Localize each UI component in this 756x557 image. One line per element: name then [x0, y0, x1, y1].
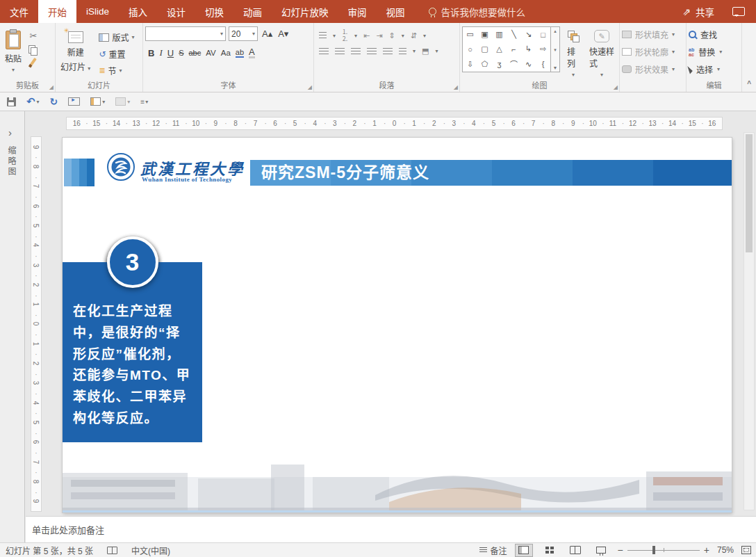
- shape-gallery-item[interactable]: ↳: [521, 42, 536, 56]
- replace-button[interactable]: abac替换▾: [689, 46, 739, 58]
- justify-icon[interactable]: [367, 48, 377, 55]
- shape-gallery-scrollbar[interactable]: ▴▾▼: [551, 26, 560, 72]
- shape-fill-button[interactable]: 形状填充▾: [622, 29, 684, 40]
- save-icon[interactable]: [7, 97, 16, 106]
- shape-gallery-item[interactable]: ⌒: [507, 57, 521, 72]
- share-button[interactable]: ⇗ 共享: [682, 5, 714, 19]
- shape-gallery-item[interactable]: ○: [463, 42, 477, 56]
- vertical-ruler[interactable]: 9876543210123456789: [31, 136, 42, 512]
- shape-gallery-item[interactable]: △: [492, 42, 507, 56]
- ribbon-tab[interactable]: 设计: [157, 0, 195, 23]
- select-button[interactable]: 选择▾: [689, 63, 739, 75]
- notes-pane[interactable]: 单击此处添加备注: [26, 516, 756, 542]
- customize-qat-icon[interactable]: ≡: [140, 98, 144, 106]
- decrease-indent-icon[interactable]: ⇤: [363, 31, 370, 40]
- shape-gallery-item[interactable]: ╲: [507, 27, 521, 42]
- find-button[interactable]: 查找: [689, 29, 739, 40]
- scrollbar-thumb[interactable]: [746, 134, 753, 252]
- shape-gallery-item[interactable]: ∿: [521, 57, 536, 72]
- section-button[interactable]: ≣节▾: [99, 65, 134, 76]
- font-toggle-button[interactable]: U: [167, 48, 174, 58]
- paste-dropdown-caret[interactable]: ▾: [12, 67, 15, 73]
- fit-slide-button[interactable]: [741, 546, 751, 554]
- ribbon-tab[interactable]: 文件: [0, 0, 38, 23]
- paragraph-dialog-launcher[interactable]: ◢: [454, 84, 458, 90]
- ribbon-tab[interactable]: 动画: [233, 0, 272, 23]
- slideshow-button[interactable]: [592, 544, 610, 557]
- shape-gallery-item[interactable]: ▭: [463, 27, 477, 42]
- notes-toggle-button[interactable]: 备注: [479, 544, 507, 556]
- shape-gallery-item[interactable]: ⌐: [507, 42, 521, 56]
- start-slideshow-icon[interactable]: [68, 97, 80, 106]
- align-left-icon[interactable]: [319, 48, 329, 55]
- copy-icon[interactable]: [28, 45, 35, 54]
- zoom-out-button[interactable]: −: [618, 544, 623, 556]
- shape-gallery-item[interactable]: ⇩: [463, 57, 477, 72]
- reset-button[interactable]: ↺重置: [99, 48, 134, 60]
- shape-effects-button[interactable]: 形状效果▾: [622, 63, 684, 75]
- font-toggle-button[interactable]: A: [249, 48, 255, 58]
- arrange-button[interactable]: 排列 ▾: [564, 26, 582, 81]
- ribbon-tab[interactable]: 视图: [377, 0, 415, 23]
- numbering-icon[interactable]: ⒈⒉: [342, 29, 348, 42]
- shape-gallery-item[interactable]: ▣: [477, 27, 492, 42]
- undo-dropdown-caret[interactable]: ▾: [37, 99, 40, 105]
- content-box[interactable]: 3 在化工生产过程中，是很好的“择形反应”催化剂，还能参与MTO、甲苯歧化、二甲…: [63, 262, 202, 442]
- line-spacing-icon[interactable]: ⇕: [388, 31, 395, 40]
- font-dialog-launcher[interactable]: ◢: [308, 84, 312, 90]
- text-direction-icon[interactable]: ⇵: [411, 31, 417, 40]
- columns-icon[interactable]: [399, 48, 406, 55]
- shape-gallery-item[interactable]: ▥: [492, 27, 507, 42]
- quick-styles-button[interactable]: ✎ 快速样式 ▾: [586, 26, 617, 81]
- zoom-in-button[interactable]: +: [704, 544, 709, 556]
- slide-title-bar[interactable]: 研究ZSM-5分子筛意义: [250, 160, 732, 186]
- ribbon-tab[interactable]: iSlide: [76, 0, 119, 23]
- ribbon-tab[interactable]: 开始: [38, 0, 76, 23]
- format-painter-icon[interactable]: [30, 58, 37, 65]
- align-center-icon[interactable]: [335, 48, 345, 55]
- font-toggle-button[interactable]: AV: [206, 49, 216, 57]
- cut-icon[interactable]: ✂: [30, 31, 38, 41]
- font-toggle-button[interactable]: Aa: [221, 49, 231, 57]
- spellcheck-icon[interactable]: [107, 547, 117, 554]
- shape-gallery-item[interactable]: ⇨: [536, 42, 550, 56]
- normal-view-button[interactable]: [515, 544, 533, 557]
- ribbon-tab[interactable]: 审阅: [338, 0, 377, 23]
- drawing-dialog-launcher[interactable]: ◢: [614, 84, 618, 90]
- layout-button[interactable]: 版式▾: [99, 31, 134, 43]
- font-name-combo[interactable]: ▾: [145, 26, 226, 41]
- zoom-slider[interactable]: [627, 550, 700, 551]
- shape-gallery-item[interactable]: ↘: [521, 27, 536, 42]
- distribute-icon[interactable]: [383, 48, 393, 55]
- ribbon-tab[interactable]: 插入: [119, 0, 157, 23]
- font-size-combo[interactable]: 20▾: [229, 26, 258, 41]
- comments-icon[interactable]: [732, 7, 745, 16]
- decrease-font-button[interactable]: A▾: [277, 29, 290, 39]
- font-toggle-button[interactable]: abc: [188, 49, 201, 57]
- font-toggle-button[interactable]: B: [148, 48, 154, 58]
- zoom-slider-thumb[interactable]: [652, 546, 655, 554]
- horizontal-ruler[interactable]: 1615141312111098765432101234567891011121…: [66, 117, 723, 130]
- thumbnail-panel-collapsed[interactable]: › 缩略图: [0, 111, 25, 542]
- shape-gallery-item[interactable]: ▢: [477, 42, 492, 56]
- undo-icon[interactable]: ↶: [26, 95, 35, 108]
- language-indicator[interactable]: 中文(中国): [131, 544, 170, 556]
- align-right-icon[interactable]: [351, 48, 361, 55]
- expand-panel-icon[interactable]: ›: [8, 127, 12, 138]
- font-toggle-button[interactable]: I: [159, 47, 162, 58]
- font-toggle-button[interactable]: S: [179, 49, 183, 57]
- increase-font-button[interactable]: A▴: [261, 29, 274, 39]
- paste-button[interactable]: 粘贴 ▾: [2, 26, 24, 81]
- zoom-level[interactable]: 75%: [717, 545, 734, 555]
- bullets-icon[interactable]: [319, 32, 327, 39]
- ribbon-tab[interactable]: 幻灯片放映: [272, 0, 338, 23]
- ribbon-tab[interactable]: 切换: [195, 0, 233, 23]
- font-toggle-button[interactable]: ab: [236, 48, 244, 58]
- redo-icon[interactable]: ↻: [50, 96, 58, 107]
- smartart-convert-icon[interactable]: ⬒: [422, 47, 429, 56]
- collapse-ribbon-icon[interactable]: ^: [747, 80, 751, 88]
- shape-gallery-item[interactable]: {: [536, 57, 550, 72]
- shape-gallery-item[interactable]: ʒ: [492, 57, 507, 72]
- shape-outline-button[interactable]: 形状轮廓▾: [622, 46, 684, 58]
- slide-sorter-button[interactable]: [541, 544, 559, 557]
